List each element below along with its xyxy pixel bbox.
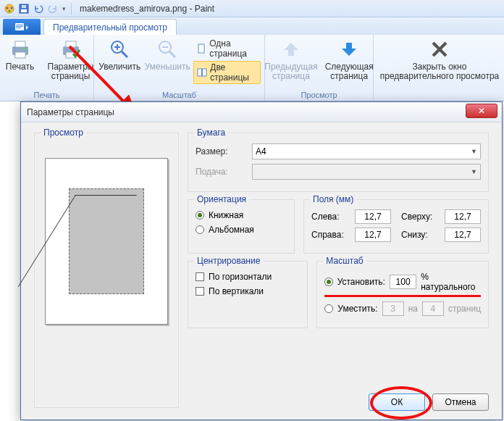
margin-right-label: Справа: bbox=[311, 230, 350, 240]
dialog-close-button[interactable]: ✕ bbox=[466, 104, 497, 118]
orientation-portrait-radio[interactable]: Книжная bbox=[196, 210, 287, 220]
paper-legend: Бумага bbox=[194, 128, 228, 138]
margin-bottom-input[interactable]: 12,7 bbox=[445, 228, 481, 242]
margins-legend: Поля (мм) bbox=[310, 194, 356, 204]
zoom-out-label: Уменьшить bbox=[145, 62, 190, 72]
dialog-title: Параметры страницы bbox=[27, 107, 114, 117]
two-pages-button[interactable]: Две страницы bbox=[193, 61, 261, 84]
svg-rect-8 bbox=[16, 25, 23, 25]
preview-fieldset: Просмотр bbox=[34, 133, 179, 408]
svg-rect-26 bbox=[198, 69, 202, 76]
scale-set-radio[interactable]: Установить: 100 % натурального bbox=[324, 272, 481, 297]
centering-fieldset: Центрирование По горизонтали По вертикал… bbox=[188, 261, 308, 328]
one-page-icon bbox=[196, 43, 206, 54]
group-label bbox=[438, 91, 440, 101]
next-page-button[interactable]: Следующая страница bbox=[324, 36, 375, 83]
center-horizontal-label: По горизонтали bbox=[209, 272, 272, 282]
scale-fit-width-input: 3 bbox=[382, 301, 404, 316]
page-setup-dialog: Параметры страницы ✕ Просмотр Бумага Раз… bbox=[20, 101, 503, 420]
margin-bottom-label: Снизу: bbox=[401, 230, 440, 240]
checkbox-icon bbox=[196, 287, 204, 296]
group-label: Масштаб bbox=[162, 91, 196, 101]
paper-source-label: Подача: bbox=[196, 167, 246, 177]
radio-icon bbox=[196, 211, 204, 220]
margin-left-input[interactable]: 12,7 bbox=[355, 209, 391, 224]
margin-top-label: Сверху: bbox=[401, 212, 440, 222]
scale-fit-height-input: 4 bbox=[422, 301, 444, 316]
radio-icon bbox=[324, 304, 333, 313]
orientation-landscape-label: Альбомная bbox=[209, 225, 254, 235]
centering-legend: Центрирование bbox=[194, 256, 263, 266]
tab-print-preview[interactable]: Предварительный просмотр bbox=[43, 19, 177, 35]
close-x-icon: ✕ bbox=[478, 106, 485, 116]
chevron-down-icon: ▼ bbox=[471, 168, 477, 175]
margin-top-input[interactable]: 12,7 bbox=[445, 209, 481, 224]
redo-icon[interactable] bbox=[46, 2, 59, 15]
margin-right-input[interactable]: 12,7 bbox=[355, 228, 391, 242]
orientation-fieldset: Ориентация Книжная Альбомная bbox=[188, 199, 295, 254]
paper-size-value: A4 bbox=[256, 146, 266, 157]
one-page-label: Одна страница bbox=[209, 38, 258, 59]
svg-point-14 bbox=[24, 48, 26, 50]
orientation-landscape-radio[interactable]: Альбомная bbox=[196, 225, 287, 235]
scale-set-label: Установить: bbox=[337, 277, 385, 287]
svg-line-23 bbox=[169, 51, 175, 57]
paper-source-select: ▼ bbox=[252, 164, 481, 180]
svg-rect-10 bbox=[16, 28, 21, 28]
svg-rect-5 bbox=[21, 9, 27, 12]
close-icon bbox=[428, 38, 451, 61]
one-page-button[interactable]: Одна страница bbox=[193, 38, 261, 59]
page-setup-button[interactable]: Параметры страницы bbox=[46, 36, 96, 83]
ribbon-group-zoom: Увеличить Уменьшить Одна страница Две ст… bbox=[94, 35, 265, 101]
printer-icon bbox=[9, 38, 32, 61]
paper-size-select[interactable]: A4 ▼ bbox=[252, 143, 481, 159]
scale-percent-input[interactable]: 100 bbox=[390, 275, 416, 289]
next-page-label: Следующая страница bbox=[325, 62, 374, 81]
page-setup-button-label: Параметры страницы bbox=[48, 62, 94, 81]
center-vertical-label: По вертикали bbox=[209, 286, 264, 296]
ribbon: Печать Параметры страницы Печать Увеличи… bbox=[0, 35, 504, 101]
two-pages-icon bbox=[197, 67, 207, 78]
chevron-down-icon: ▼ bbox=[471, 148, 477, 155]
svg-point-2 bbox=[11, 7, 13, 9]
prev-page-button: Предыдущая страница bbox=[263, 36, 319, 83]
cancel-button[interactable]: Отмена bbox=[432, 393, 489, 411]
group-label: Просмотр bbox=[301, 91, 337, 101]
scale-fit-label: Уместить: bbox=[337, 304, 377, 314]
two-pages-label: Две страницы bbox=[210, 62, 257, 83]
app-icon bbox=[3, 2, 16, 15]
printer-check-icon bbox=[59, 38, 83, 61]
scale-fit-radio[interactable]: Уместить: 3 на 4 страниц bbox=[324, 301, 481, 316]
zoom-in-button[interactable]: Увеличить bbox=[98, 36, 141, 73]
svg-rect-12 bbox=[15, 41, 25, 47]
save-icon[interactable] bbox=[17, 2, 30, 15]
center-horizontal-checkbox[interactable]: По горизонтали bbox=[196, 272, 300, 282]
checkbox-icon bbox=[196, 272, 204, 281]
undo-icon[interactable] bbox=[32, 2, 45, 15]
print-button[interactable]: Печать bbox=[0, 36, 42, 73]
scale-fit-sep: на bbox=[408, 304, 418, 314]
ok-button[interactable]: ОК bbox=[369, 393, 425, 411]
zoom-out-icon bbox=[156, 38, 179, 61]
zoom-in-label: Увеличить bbox=[98, 62, 140, 72]
close-preview-button[interactable]: Закрыть окно предварительного просмотра bbox=[378, 36, 501, 83]
page-preview bbox=[45, 158, 168, 325]
radio-icon bbox=[196, 225, 204, 234]
svg-point-3 bbox=[9, 9, 11, 12]
ribbon-group-close: Закрыть окно предварительного просмотра bbox=[374, 35, 504, 101]
print-button-label: Печать bbox=[6, 62, 34, 72]
ribbon-tabrow: Предварительный просмотр bbox=[0, 17, 504, 35]
scale-set-suffix: % натурального bbox=[421, 272, 481, 292]
cancel-button-label: Отмена bbox=[445, 397, 476, 407]
scale-fit-suffix: страниц bbox=[448, 304, 481, 314]
group-label: Печать bbox=[33, 91, 59, 101]
file-menu-button[interactable] bbox=[3, 19, 41, 35]
paper-fieldset: Бумага Размер: A4 ▼ Подача: ▼ bbox=[188, 133, 489, 192]
svg-point-1 bbox=[7, 7, 9, 9]
center-vertical-checkbox[interactable]: По вертикали bbox=[196, 286, 300, 296]
close-preview-label: Закрыть окно предварительного просмотра bbox=[380, 62, 500, 81]
zoom-in-icon bbox=[108, 38, 131, 61]
customize-qat-arrow-icon[interactable]: ▾ bbox=[62, 5, 66, 12]
arrow-up-icon bbox=[280, 38, 303, 61]
prev-page-label: Предыдущая страница bbox=[264, 62, 317, 81]
